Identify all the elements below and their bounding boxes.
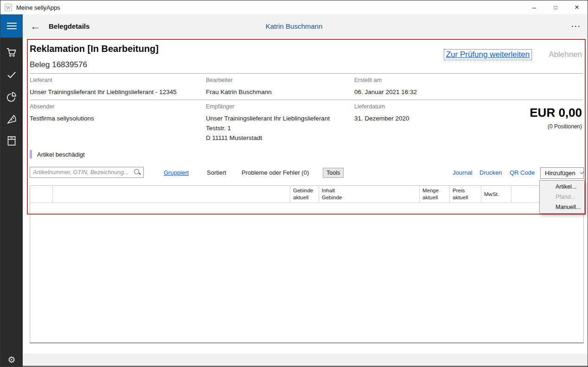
tools-button[interactable]: Tools <box>323 168 344 178</box>
reject-button[interactable]: Ablehnen <box>549 50 582 59</box>
hamburger-icon <box>7 23 17 24</box>
field-label: Empfänger <box>206 103 330 110</box>
hamburger-menu-button[interactable] <box>0 14 23 38</box>
field-bearbeiter: Bearbeiter Frau Katrin Buschmann <box>206 77 272 97</box>
add-dropdown-menu: Artikel... Pfand... Manuell... <box>539 180 585 214</box>
total-section: EUR 0,00 (0 Positionen) <box>530 106 582 130</box>
sidebar-item-settings[interactable]: ⚙ <box>0 350 23 367</box>
sidebar-item-reports[interactable] <box>0 88 23 106</box>
sidebar-item-promotions[interactable] <box>0 110 23 128</box>
book-icon <box>6 135 18 147</box>
titlebar: W Meine sellyApps – □ × <box>0 0 588 14</box>
field-label: Lieferdatum <box>354 103 409 110</box>
checkmark-icon <box>6 69 18 81</box>
ellipsis-icon: ··· <box>571 22 581 30</box>
close-button[interactable]: × <box>566 0 588 14</box>
menu-item-pfand: Pfand... <box>540 192 584 202</box>
field-empfaenger: Empfänger Unser Trainingslieferant Ihr L… <box>206 103 330 143</box>
back-arrow-icon: ← <box>30 20 41 32</box>
document-actions: Zur Prüfung weiterleiten Ablehnen <box>444 49 582 60</box>
field-value: Testfirma sellysolutions <box>30 114 94 123</box>
back-button[interactable]: ← <box>27 14 43 38</box>
gear-icon: ⚙ <box>7 354 15 365</box>
journal-link[interactable]: Journal <box>453 169 473 176</box>
field-lieferant: Lieferant Unser Trainingslieferant Ihr L… <box>30 77 177 97</box>
qr-code-link[interactable]: QR Code <box>510 169 535 176</box>
window-controls: – □ × <box>524 0 588 14</box>
footer-bar <box>23 354 588 366</box>
sidebar-item-catalog[interactable] <box>0 132 23 150</box>
note-text: Artikel beschädigt <box>37 151 85 158</box>
add-button-label: Hinzufügen <box>545 170 575 177</box>
app-header: Katrin Buschmann ← Belegdetails ··· <box>0 14 588 38</box>
field-label: Lieferant <box>30 77 177 83</box>
menu-item-artikel[interactable]: Artikel... <box>540 182 584 192</box>
divider <box>30 73 583 74</box>
field-label: Absender <box>30 103 94 110</box>
app-icon: W <box>5 4 12 11</box>
grouped-toggle[interactable]: Gruppiert <box>164 169 189 176</box>
app-window: W Meine sellyApps – □ × Katrin Buschmann… <box>0 0 588 367</box>
sidebar: ⚙ <box>0 38 23 367</box>
field-value: 31. Dezember 2020 <box>354 114 409 123</box>
field-lieferdatum: Lieferdatum 31. Dezember 2020 <box>354 103 409 123</box>
add-dropdown-button[interactable]: Hinzufügen <box>540 167 584 179</box>
note-accent-bar <box>30 150 32 158</box>
problems-filter[interactable]: Probleme oder Fehler (0) <box>242 169 309 176</box>
maximize-button[interactable]: □ <box>545 0 566 14</box>
total-positions: (0 Positionen) <box>530 123 582 130</box>
pie-chart-icon <box>6 91 18 103</box>
complaint-reason: Artikel beschädigt <box>30 150 85 158</box>
pizza-slice-icon <box>6 113 18 125</box>
field-value: Unser Trainingslieferant Ihr Lieblingsli… <box>30 87 177 97</box>
search-icon[interactable] <box>133 168 141 177</box>
document-title: Reklamation [In Bearbeitung] <box>30 44 159 54</box>
field-label: Erstellt am <box>354 77 417 83</box>
window-title: Meine sellyApps <box>16 4 60 11</box>
forward-for-review-link[interactable]: Zur Prüfung weiterleiten <box>444 49 532 60</box>
search-box <box>30 167 144 178</box>
shopping-cart-icon <box>6 46 18 58</box>
sidebar-item-tasks[interactable] <box>0 65 23 84</box>
field-value: Frau Katrin Buschmann <box>206 87 272 97</box>
total-amount: EUR 0,00 <box>530 106 582 120</box>
divider <box>30 100 583 100</box>
sidebar-item-cart[interactable] <box>0 43 23 62</box>
field-value-line: D 11111 Musterstadt <box>206 133 330 143</box>
field-value-line: Unser Trainingslieferant Ihr Lieblingsli… <box>206 114 330 123</box>
chevron-down-icon <box>580 170 584 174</box>
field-label: Bearbeiter <box>206 77 272 83</box>
sorted-toggle[interactable]: Sortiert <box>207 169 226 176</box>
field-value-line: Teststr. 1 <box>206 123 330 133</box>
field-value: 06. Januar 2021 16:32 <box>354 87 417 97</box>
minimize-button[interactable]: – <box>524 0 545 14</box>
document-number: Beleg 16839576 <box>30 60 87 70</box>
field-absender: Absender Testfirma sellysolutions <box>30 103 94 123</box>
print-link[interactable]: Drucken <box>479 169 502 176</box>
search-input[interactable] <box>30 167 133 177</box>
menu-item-manuell[interactable]: Manuell... <box>540 202 584 212</box>
more-button[interactable]: ··· <box>571 14 581 38</box>
page-title: Belegdetails <box>49 14 89 38</box>
highlight-region: Reklamation [In Bearbeitung] Beleg 16839… <box>27 39 586 215</box>
field-erstellt-am: Erstellt am 06. Januar 2021 16:32 <box>354 77 417 97</box>
